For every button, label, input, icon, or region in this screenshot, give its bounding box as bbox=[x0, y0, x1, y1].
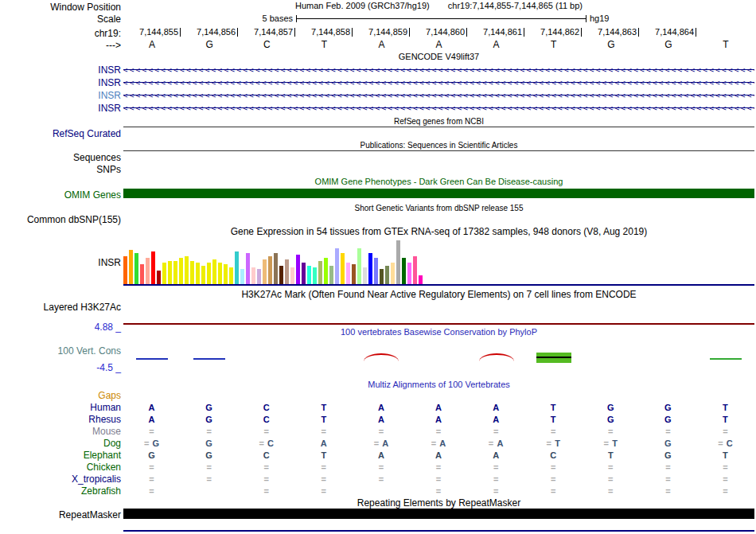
multiz-title: Multiz Alignments of 100 Vertebrates bbox=[123, 380, 754, 390]
gtex-tissue-bar bbox=[129, 250, 133, 285]
phylop-title: 100 vertebrates Basewise Conservation by… bbox=[123, 327, 754, 337]
alignment-cell: = bbox=[295, 474, 353, 485]
alignment-gap-mark: = bbox=[493, 474, 499, 484]
gtex-baseline bbox=[123, 284, 754, 286]
alignment-base: A bbox=[435, 403, 442, 412]
alignment-base: T bbox=[723, 450, 729, 460]
sequences-label[interactable]: Sequences bbox=[73, 152, 121, 163]
gene-label-insr-1[interactable]: INSR bbox=[98, 64, 121, 76]
species-label[interactable]: Rhesus bbox=[0, 414, 121, 426]
alignment-cell: G bbox=[640, 450, 697, 462]
alignment-gap-mark: = bbox=[608, 462, 614, 472]
gencode-title: GENCODE V49lift37 bbox=[123, 52, 754, 62]
vert-cons-label[interactable]: 100 Vert. Cons bbox=[58, 345, 121, 357]
gtex-gene-label[interactable]: INSR bbox=[98, 257, 121, 268]
position-tick-cell: 7,144,858 bbox=[295, 27, 353, 38]
alignment-cell: = bbox=[583, 462, 640, 474]
position-number: 7,144,857 bbox=[254, 27, 293, 37]
gtex-tissue-bar bbox=[374, 258, 378, 285]
alignment-cell: = bbox=[410, 474, 467, 485]
gtex-tissue-bar bbox=[185, 256, 189, 285]
gtex-tissue-bar bbox=[146, 258, 150, 285]
alignment-gap-mark: = bbox=[551, 486, 556, 496]
alignment-cell: = A bbox=[468, 438, 525, 450]
strand-label: ---> bbox=[106, 40, 121, 51]
base-letter: G bbox=[640, 39, 697, 50]
alignment-cell bbox=[181, 485, 238, 497]
species-label[interactable]: Zebrafish bbox=[0, 485, 121, 497]
gene-label-insr-2[interactable]: INSR bbox=[98, 77, 121, 88]
alignment-cell: = C bbox=[697, 438, 754, 450]
alignment-cell: = bbox=[468, 426, 525, 438]
layered-h3k27ac-label[interactable]: Layered H3K27Ac bbox=[44, 302, 121, 313]
alignment-cell: = bbox=[181, 474, 238, 485]
alignment-cell: A bbox=[468, 450, 525, 462]
common-dbsnp-label[interactable]: Common dbSNP(155) bbox=[27, 214, 121, 225]
alignment-gap-mark: = bbox=[264, 474, 270, 484]
alignment-base: C bbox=[267, 439, 275, 448]
alignment-cell: G bbox=[640, 438, 697, 450]
phylop-arc-mark bbox=[364, 353, 399, 361]
refseq-curated-label[interactable]: RefSeq Curated bbox=[53, 128, 121, 139]
position-number: 7,144,863 bbox=[598, 27, 637, 37]
gene-label-insr-3[interactable]: INSR bbox=[98, 90, 121, 101]
gtex-tissue-bar bbox=[413, 256, 417, 285]
alignment-base: T bbox=[723, 415, 729, 424]
gtex-tissue-bar bbox=[196, 263, 200, 285]
species-label[interactable]: X_tropicalis bbox=[0, 474, 121, 485]
species-label[interactable]: Elephant bbox=[0, 450, 121, 462]
phylop-arc-mark bbox=[479, 353, 514, 361]
alignment-cell: = bbox=[238, 426, 295, 438]
species-label[interactable]: Dog bbox=[0, 438, 121, 450]
assembly-tag: hg19 bbox=[590, 14, 609, 23]
alignment-cells: =========== bbox=[123, 474, 754, 485]
alignment-cells: ========= bbox=[123, 485, 754, 497]
alignment-cell: G bbox=[123, 450, 181, 462]
alignment-cell: A bbox=[123, 414, 181, 426]
gtex-tissue-bar bbox=[212, 259, 216, 285]
gtex-tissue-bar bbox=[346, 263, 350, 285]
alignment-gap-mark: = bbox=[718, 439, 723, 448]
gtex-expression-chart bbox=[123, 240, 754, 285]
gtex-tissue-bar bbox=[368, 253, 372, 285]
alignment-base: T bbox=[321, 403, 327, 412]
gtex-tissue-bar bbox=[396, 240, 400, 285]
omim-genes-label[interactable]: OMIM Genes bbox=[64, 189, 121, 201]
alignment-base: C bbox=[727, 439, 734, 448]
alignment-gap-mark: = bbox=[723, 474, 728, 484]
alignment-cell: = A bbox=[353, 438, 410, 450]
alignment-cell: = bbox=[123, 485, 181, 497]
alignment-base: G bbox=[205, 403, 213, 412]
alignment-base: A bbox=[493, 415, 500, 424]
alignment-gap-mark: = bbox=[436, 474, 442, 484]
position-tick-cell: 7,144,855 bbox=[123, 27, 181, 38]
tick-mark bbox=[696, 28, 696, 37]
omim-gene-bar[interactable] bbox=[123, 189, 754, 198]
alignment-cell: T bbox=[583, 450, 640, 462]
alignment-gap-mark: = bbox=[723, 462, 728, 472]
species-label[interactable]: Mouse bbox=[0, 426, 121, 438]
species-label[interactable]: Gaps bbox=[0, 390, 121, 402]
alignment-base: A bbox=[435, 450, 442, 460]
species-label[interactable]: Human bbox=[0, 402, 121, 414]
alignment-cell: C bbox=[238, 450, 295, 462]
alignment-base: A bbox=[149, 415, 156, 424]
alignment-cell: G bbox=[583, 414, 640, 426]
base-letter: A bbox=[123, 39, 181, 50]
position-number: 7,144,859 bbox=[368, 27, 407, 37]
base-letter: G bbox=[583, 39, 640, 50]
gtex-tissue-bar bbox=[318, 261, 322, 285]
repeatmasker-bar[interactable] bbox=[123, 509, 754, 519]
alignment-gap-mark: = bbox=[723, 486, 728, 496]
gtex-tissue-bar bbox=[391, 263, 395, 285]
alignment-cell: = bbox=[353, 462, 410, 474]
gtex-tissue-bar bbox=[290, 267, 294, 285]
base-letter: T bbox=[697, 39, 754, 50]
species-label[interactable]: Chicken bbox=[0, 462, 121, 474]
repeatmasker-label[interactable]: RepeatMasker bbox=[59, 509, 121, 520]
snps-label[interactable]: SNPs bbox=[96, 164, 121, 175]
phylop-block-mark bbox=[536, 353, 571, 363]
alignment-cells: =========== bbox=[123, 426, 754, 438]
alignment-base: G bbox=[607, 415, 615, 424]
gene-label-insr-4[interactable]: INSR bbox=[98, 103, 121, 114]
